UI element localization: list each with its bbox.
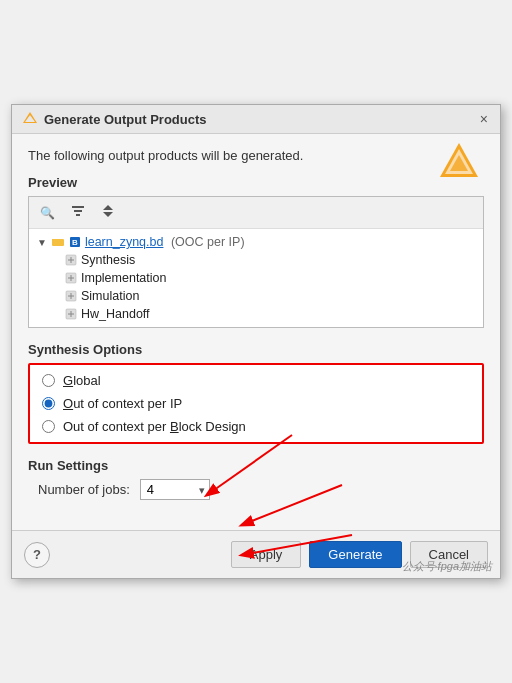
option-global-row[interactable]: Global	[42, 373, 470, 388]
tree-child-implementation: Implementation	[29, 269, 483, 287]
vivado-title-icon	[22, 111, 38, 127]
filter-icon	[71, 204, 85, 218]
option-ooc-ip-label: Out of context per IP	[63, 396, 182, 411]
svg-rect-6	[74, 210, 82, 212]
synthesis-options-box: Global Out of context per IP Out of cont…	[28, 363, 484, 444]
apply-button[interactable]: Apply	[231, 541, 302, 568]
option-ooc-bd-radio[interactable]	[42, 420, 55, 433]
svg-text:B: B	[72, 238, 78, 247]
option-ooc-ip-row[interactable]: Out of context per IP	[42, 396, 470, 411]
expand-toolbar-btn[interactable]	[96, 201, 120, 224]
option-ooc-bd-row[interactable]: Out of context per Block Design	[42, 419, 470, 434]
svg-marker-9	[103, 212, 113, 217]
close-button[interactable]: ×	[478, 111, 490, 127]
preview-section-title: Preview	[28, 175, 484, 190]
vivado-logo	[438, 141, 480, 183]
generate-output-dialog: Generate Output Products × The following…	[11, 104, 501, 579]
tree-child-synthesis: Synthesis	[29, 251, 483, 269]
dialog-title: Generate Output Products	[44, 112, 207, 127]
preview-tree: ▼ B learn_zynq.bd (OOC per IP)	[29, 229, 483, 327]
tree-synthesis-label: Synthesis	[81, 253, 135, 267]
collapse-icon: ▼	[37, 237, 47, 248]
tree-root-row: ▼ B learn_zynq.bd (OOC per IP)	[29, 233, 483, 251]
svg-marker-8	[103, 205, 113, 210]
tree-child-simulation: Simulation	[29, 287, 483, 305]
help-button[interactable]: ?	[24, 542, 50, 568]
run-settings-title: Run Settings	[28, 458, 484, 473]
tree-simulation-label: Simulation	[81, 289, 139, 303]
synthesis-options-section: Synthesis Options Global Out of context …	[28, 342, 484, 444]
svg-rect-7	[76, 214, 80, 216]
jobs-select-wrap: 1 2 4 8	[140, 479, 210, 500]
option-ooc-ip-radio[interactable]	[42, 397, 55, 410]
watermark: 公众号·fpga加油站	[402, 559, 492, 574]
svg-rect-5	[72, 206, 84, 208]
tree-hierarchy-icon	[51, 235, 65, 249]
hw-handoff-icon	[65, 308, 77, 320]
jobs-select[interactable]: 1 2 4 8	[140, 479, 210, 500]
tree-bd-icon: B	[69, 236, 81, 248]
expand-icon	[101, 204, 115, 218]
vivado-logo-area	[438, 141, 480, 186]
jobs-label: Number of jobs:	[38, 482, 130, 497]
synthesis-icon	[65, 254, 77, 266]
option-ooc-bd-label: Out of context per Block Design	[63, 419, 246, 434]
generate-button[interactable]: Generate	[309, 541, 401, 568]
tree-child-hw-handoff: Hw_Handoff	[29, 305, 483, 323]
search-toolbar-btn[interactable]: 🔍	[35, 201, 60, 224]
tree-implementation-label: Implementation	[81, 271, 166, 285]
option-global-label: Global	[63, 373, 101, 388]
svg-rect-11	[52, 239, 64, 246]
title-bar: Generate Output Products ×	[12, 105, 500, 134]
option-global-radio[interactable]	[42, 374, 55, 387]
tree-root-label: learn_zynq.bd (OOC per IP)	[85, 235, 245, 249]
filter-toolbar-btn[interactable]	[66, 201, 90, 224]
intro-text: The following output products will be ge…	[28, 148, 484, 163]
title-bar-left: Generate Output Products	[22, 111, 207, 127]
run-row: Number of jobs: 1 2 4 8	[28, 479, 484, 500]
synthesis-options-title: Synthesis Options	[28, 342, 484, 357]
run-settings-section: Run Settings Number of jobs: 1 2 4 8	[28, 458, 484, 500]
dialog-body: The following output products will be ge…	[12, 134, 500, 530]
preview-toolbar: 🔍	[29, 197, 483, 229]
tree-root-suffix: (OOC per IP)	[171, 235, 245, 249]
simulation-icon	[65, 290, 77, 302]
tree-hw-handoff-label: Hw_Handoff	[81, 307, 150, 321]
implementation-icon	[65, 272, 77, 284]
footer-left: ?	[24, 542, 50, 568]
preview-box: 🔍 ▼	[28, 196, 484, 328]
